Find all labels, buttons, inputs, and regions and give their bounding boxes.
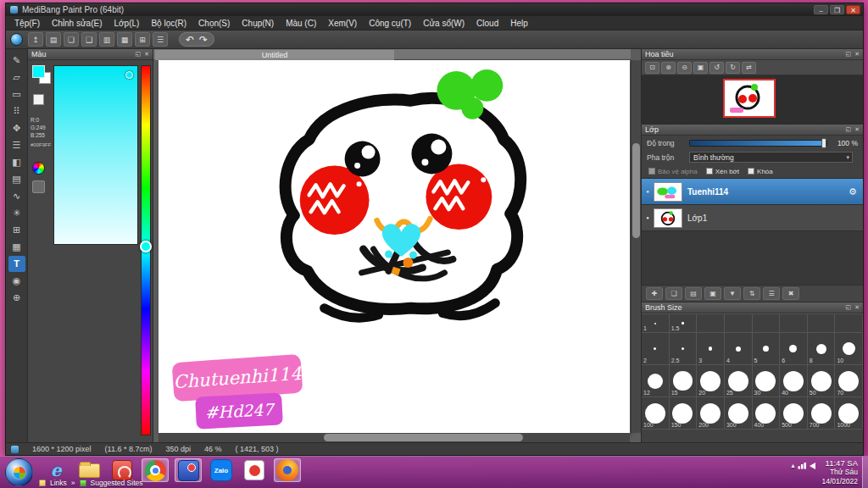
menu-item[interactable]: Tệp(F) — [8, 17, 46, 30]
layer-folder-icon[interactable]: ▣ — [704, 287, 721, 300]
nav-rotate-left-icon[interactable]: ↺ — [709, 62, 724, 74]
nav-actual-pixels-icon[interactable]: ▣ — [693, 62, 708, 74]
foreground-color-swatch[interactable] — [32, 65, 45, 78]
brush-tool-icon[interactable]: ✎ — [8, 53, 25, 69]
gradient-tool-icon[interactable]: ▤ — [8, 171, 25, 187]
shape-tool-icon[interactable]: ▦ — [8, 239, 25, 255]
color-wheel-icon[interactable] — [32, 162, 45, 175]
brush-size-cell[interactable]: 500 — [780, 397, 808, 430]
layer-merge-icon[interactable]: ▤ — [685, 287, 702, 300]
material-icon[interactable]: ☰ — [153, 32, 168, 47]
brush-size-cell[interactable] — [780, 314, 808, 333]
show-desktop-button[interactable] — [862, 457, 868, 488]
menu-item[interactable]: Xem(V) — [322, 17, 363, 30]
brush-size-cell[interactable]: 50 — [808, 365, 836, 397]
transform-tool-icon[interactable]: ☰ — [8, 137, 25, 153]
brush-size-cell[interactable]: 40 — [780, 365, 808, 397]
layer-order-icon[interactable]: ⇅ — [743, 287, 760, 300]
layer-delete-icon[interactable]: ✖ — [782, 287, 799, 300]
brush-size-cell[interactable]: 10 — [835, 333, 863, 365]
medibang-taskbar-icon[interactable] — [175, 458, 202, 482]
taskbar-clock[interactable]: 11:47 SA Thứ Sáu 14/01/2022 — [821, 458, 858, 486]
color-panel-close-icon[interactable]: ✕ — [144, 51, 149, 58]
brush-size-cell[interactable]: 300 — [725, 397, 753, 430]
navigator-preview[interactable] — [642, 75, 863, 124]
close-button[interactable]: ✕ — [846, 5, 860, 14]
brush-float-icon[interactable]: ◱ — [846, 304, 852, 311]
layer-row[interactable]: ● Lớp1 — [642, 205, 863, 231]
layer-duplicate-icon[interactable]: ❏ — [665, 287, 682, 300]
chrome-taskbar-icon[interactable] — [142, 458, 169, 482]
titlebar[interactable]: MediBang Paint Pro (64bit) – ❐ ✕ — [6, 3, 863, 16]
export-icon[interactable]: ▤ — [46, 32, 61, 47]
zoom-tool-icon[interactable]: ⊕ — [8, 290, 25, 306]
layers-close-icon[interactable]: ✕ — [854, 126, 860, 133]
brush-size-cell[interactable]: 1.5 — [670, 314, 698, 333]
pages-icon[interactable]: ▥ — [99, 32, 114, 47]
menu-item[interactable]: Chụp(N) — [236, 17, 280, 30]
brush-size-cell[interactable]: 700 — [808, 397, 836, 430]
firefox-taskbar-icon[interactable] — [274, 458, 301, 482]
panel-layout-icon[interactable]: ⊞ — [135, 32, 150, 47]
brush-size-cell[interactable]: 1 — [642, 314, 670, 333]
layer-move-down-icon[interactable]: ▼ — [724, 287, 741, 300]
brush-close-icon[interactable]: ✕ — [854, 304, 860, 311]
opacity-slider-handle[interactable] — [821, 138, 826, 148]
chat-icon[interactable]: ❑ — [81, 32, 97, 47]
wand-tool-icon[interactable]: ✳ — [8, 205, 25, 221]
brush-size-cell[interactable]: 8 — [808, 333, 836, 365]
move-tool-icon[interactable]: ✥ — [8, 120, 25, 136]
menu-item[interactable]: Help — [504, 17, 534, 30]
divide-tool-icon[interactable]: ⊞ — [8, 222, 25, 238]
nav-fit-icon[interactable]: ⊡ — [645, 62, 659, 74]
grid-icon[interactable]: ▦ — [117, 32, 132, 47]
hue-cursor[interactable] — [140, 241, 152, 252]
marquee-tool-icon[interactable]: ▭ — [8, 86, 25, 103]
start-button[interactable] — [5, 458, 33, 486]
brush-size-cell[interactable]: 100 — [642, 397, 670, 430]
document-tab[interactable]: Untitled — [155, 50, 394, 60]
color-panel-float-icon[interactable]: ◱ — [136, 51, 142, 58]
menu-item[interactable]: Lớp(L) — [108, 17, 146, 30]
text-tool-icon[interactable]: T — [8, 256, 25, 272]
blend-mode-select[interactable]: Bình thường ▾ — [689, 152, 853, 163]
brush-size-cell[interactable] — [753, 314, 781, 333]
horizontal-scrollbar[interactable] — [159, 433, 630, 442]
opacity-slider[interactable] — [689, 140, 827, 147]
layer-row-selected[interactable]: ● Tuenhi114 ⚙ — [642, 179, 863, 205]
zalo-taskbar-icon[interactable]: Zalo — [208, 458, 235, 482]
horizontal-scrollbar-thumb[interactable] — [324, 434, 523, 441]
color-sliders-icon[interactable] — [32, 180, 45, 193]
brush-size-cell[interactable]: 4 — [725, 333, 753, 365]
bucket-tool-icon[interactable]: ◧ — [8, 154, 25, 170]
links-chevron-icon[interactable]: » — [71, 479, 75, 487]
brush-size-cell[interactable]: 2.5 — [670, 333, 698, 365]
menu-item[interactable]: Bộ lọc(R) — [145, 17, 192, 30]
menu-item[interactable]: Chọn(S) — [192, 17, 236, 30]
network-icon[interactable] — [798, 463, 806, 469]
opera-taskbar-icon[interactable] — [241, 458, 268, 482]
canvas[interactable]: Chutuenhi114 #Hd247 — [159, 60, 630, 433]
maximize-button[interactable]: ❐ — [830, 5, 844, 14]
tray-expand-icon[interactable]: ▴ — [791, 462, 794, 469]
brush-size-cell[interactable]: 12 — [642, 365, 670, 397]
comment-icon[interactable]: ❏ — [64, 32, 79, 47]
vertical-scrollbar-thumb[interactable] — [632, 143, 640, 238]
brush-size-cell[interactable]: 400 — [753, 397, 781, 430]
menu-item[interactable]: Chỉnh sửa(E) — [46, 17, 108, 30]
undo-button[interactable]: ↶ — [183, 33, 197, 47]
nav-zoom-out-icon[interactable]: ⊖ — [677, 62, 692, 74]
minimize-button[interactable]: – — [814, 5, 828, 14]
redo-button[interactable]: ↷ — [197, 33, 210, 47]
save-icon[interactable]: ↥ — [28, 32, 43, 47]
transparent-color-swatch[interactable] — [33, 94, 44, 105]
layer-option-checkbox[interactable]: Bảo vệ alpha — [648, 168, 698, 175]
volume-icon[interactable] — [810, 463, 815, 469]
pattern-tool-icon[interactable]: ⠿ — [8, 103, 25, 119]
layer-menu-icon[interactable]: ☰ — [763, 287, 780, 300]
brush-size-cell[interactable]: 25 — [725, 365, 753, 397]
brush-size-cell[interactable] — [697, 314, 725, 333]
brush-size-cell[interactable] — [835, 314, 863, 333]
nav-rotate-right-icon[interactable]: ↻ — [726, 62, 740, 74]
links-label[interactable]: Links — [50, 479, 67, 487]
